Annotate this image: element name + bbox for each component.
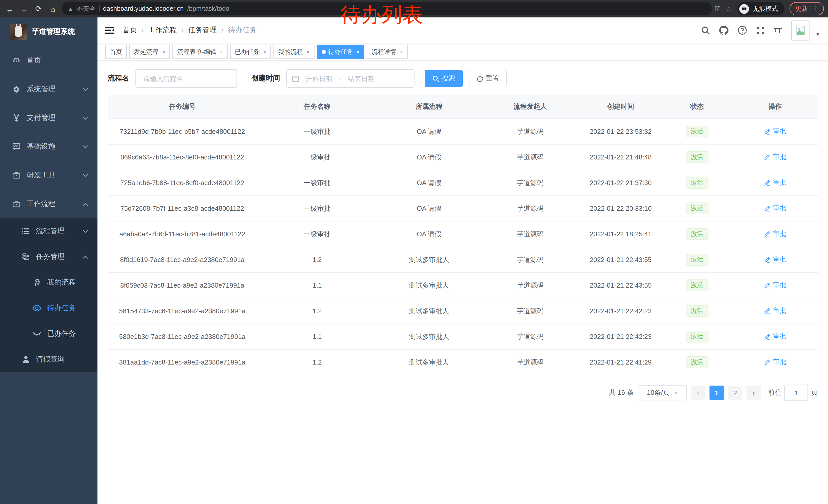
table-body: 73211d9d-7b9b-11ec-b5b7-acde48001122一级审批… — [108, 119, 818, 375]
sidebar-item-流程管理[interactable]: 流程管理 — [0, 218, 97, 244]
bookmark-star-icon[interactable]: ☆ — [726, 5, 732, 13]
sidebar-item-已办任务[interactable]: 已办任务 — [0, 321, 97, 347]
cell-starter: 芋道源码 — [481, 119, 580, 144]
github-icon[interactable] — [719, 26, 729, 35]
sidebar-collapse-icon[interactable] — [105, 26, 114, 34]
tab-label: 待办任务 — [328, 47, 353, 56]
end-date-input[interactable] — [344, 74, 378, 83]
approve-link[interactable]: 审批 — [764, 255, 786, 264]
status-badge: 激活 — [686, 280, 708, 291]
approve-link[interactable]: 审批 — [764, 358, 786, 367]
approve-link[interactable]: 审批 — [764, 178, 786, 187]
table-row: 725a1eb6-7b88-11ec-8ef0-acde48001122一级审批… — [108, 170, 818, 196]
cell-action: 审批 — [733, 298, 818, 324]
font-size-icon[interactable]: TT — [774, 27, 782, 34]
column-header-状态: 状态 — [662, 95, 733, 119]
close-icon[interactable]: × — [400, 49, 403, 55]
cell-task-name: 1.1 — [257, 273, 378, 298]
browser-forward-icon[interactable]: → — [18, 3, 30, 14]
close-icon[interactable]: × — [357, 49, 360, 55]
breadcrumb-item-工作流程[interactable]: 工作流程 — [148, 26, 177, 35]
page-button-1[interactable]: 1 — [709, 385, 724, 400]
user-avatar[interactable] — [791, 20, 810, 40]
sidebar-item-任务管理[interactable]: 任务管理 — [0, 244, 97, 270]
tab-已办任务[interactable]: 已办任务× — [230, 45, 271, 59]
cell-task-id: 58154733-7ac8-11ec-a9e2-a2380e71991a — [108, 298, 257, 324]
user-icon — [19, 355, 32, 364]
close-icon[interactable]: × — [306, 49, 310, 55]
monitor-icon — [10, 142, 23, 151]
sidebar-item-基础设施[interactable]: 基础设施 — [0, 132, 97, 161]
browser-menu-icon[interactable]: ⋮ — [812, 5, 818, 12]
approve-link[interactable]: 审批 — [764, 204, 786, 213]
table-row: 75d72608-7b7f-11ec-a3c8-acde48001122一级审批… — [108, 196, 818, 221]
avatar-dropdown-caret-icon[interactable]: ▼ — [815, 31, 820, 37]
cell-action: 审批 — [733, 221, 818, 247]
next-page-button[interactable]: › — [746, 385, 761, 400]
approve-link[interactable]: 审批 — [764, 229, 786, 239]
approve-link[interactable]: 审批 — [764, 127, 786, 136]
date-range-picker[interactable]: - — [286, 69, 415, 88]
sidebar-item-工作流程[interactable]: 工作流程 — [0, 190, 97, 218]
start-date-input[interactable] — [302, 74, 336, 83]
close-icon[interactable]: × — [220, 49, 223, 55]
list-icon — [19, 227, 32, 235]
prev-page-button[interactable]: ‹ — [691, 385, 705, 400]
sidebar-item-待办任务[interactable]: 待办任务 — [0, 295, 97, 321]
search-button[interactable]: 搜索 — [425, 70, 463, 87]
approve-link[interactable]: 审批 — [764, 281, 786, 290]
process-name-input[interactable] — [142, 74, 230, 83]
sidebar-item-系统管理[interactable]: 系统管理 — [0, 75, 97, 103]
sidebar: 芋道管理系统 首页系统管理支付管理基础设施研发工具工作流程流程管理任务管理我的流… — [0, 17, 97, 504]
search-icon[interactable] — [701, 26, 710, 35]
tab-首页[interactable]: 首页 — [105, 45, 127, 59]
cell-task-name: 一级审批 — [257, 170, 378, 196]
sidebar-item-支付管理[interactable]: 支付管理 — [0, 103, 97, 132]
process-name-label: 流程名 — [108, 74, 129, 83]
chevron-up-icon — [83, 255, 88, 259]
sidebar-item-label: 首页 — [27, 56, 97, 65]
browser-reload-icon[interactable]: ⟳ — [33, 3, 44, 14]
tab-待办任务[interactable]: 待办任务× — [317, 45, 365, 59]
page-size-select[interactable]: 10条/页 ▼ — [639, 385, 687, 401]
close-icon[interactable]: × — [162, 49, 165, 55]
browser-back-icon[interactable]: ← — [4, 3, 15, 14]
close-icon[interactable]: × — [263, 49, 266, 55]
sidebar-item-研发工具[interactable]: 研发工具 — [0, 161, 97, 190]
reset-button[interactable]: 重置 — [469, 70, 507, 87]
approve-link[interactable]: 审批 — [764, 332, 786, 341]
tab-发起流程[interactable]: 发起流程× — [129, 45, 170, 59]
tab-我的流程[interactable]: 我的流程× — [274, 45, 315, 59]
password-key-icon[interactable]: ⚿ — [715, 4, 720, 13]
tab-流程表单-编辑[interactable]: 流程表单-编辑× — [173, 45, 228, 59]
breadcrumb: 首页/工作流程/任务管理/待办任务 — [123, 26, 257, 35]
breadcrumb-item-首页[interactable]: 首页 — [123, 26, 137, 35]
cell-task-name: 1.2 — [257, 247, 378, 273]
sidebar-item-请假查询[interactable]: 请假查询 — [0, 347, 97, 372]
approve-link[interactable]: 审批 — [764, 306, 786, 316]
sidebar-item-我的流程[interactable]: 我的流程 — [0, 270, 97, 295]
robot-icon — [31, 278, 43, 287]
browser-home-icon[interactable]: ⌂ — [47, 3, 58, 14]
column-header-操作: 操作 — [733, 95, 818, 119]
address-bar[interactable]: ▲ 不安全 dashboard.yudao.iocoder.cn /bpm/ta… — [61, 2, 712, 15]
app-logo[interactable]: 芋道管理系统 — [0, 17, 97, 46]
fullscreen-icon[interactable] — [756, 26, 765, 35]
page-button-2[interactable]: 2 — [728, 385, 742, 400]
cell-status: 激活 — [662, 170, 733, 196]
cell-action: 审批 — [733, 196, 818, 221]
cell-status: 激活 — [662, 298, 733, 324]
tab-流程详情[interactable]: 流程详情× — [367, 45, 408, 59]
security-label: 不安全 — [77, 4, 95, 13]
cell-task-id: 73211d9d-7b9b-11ec-b5b7-acde48001122 — [108, 119, 257, 144]
goto-page-input[interactable] — [784, 384, 808, 401]
breadcrumb-item-任务管理[interactable]: 任务管理 — [188, 26, 217, 35]
column-header-任务名称: 任务名称 — [257, 95, 378, 119]
browser-update-button[interactable]: 更新 ⋮ — [790, 2, 824, 15]
help-icon[interactable] — [738, 26, 747, 35]
security-warning-icon: ▲ — [68, 6, 73, 12]
sidebar-item-首页[interactable]: 首页 — [0, 46, 97, 75]
cell-action: 审批 — [733, 324, 818, 350]
approve-link[interactable]: 审批 — [764, 152, 786, 162]
cell-process: 测试多审批人 — [378, 298, 481, 324]
